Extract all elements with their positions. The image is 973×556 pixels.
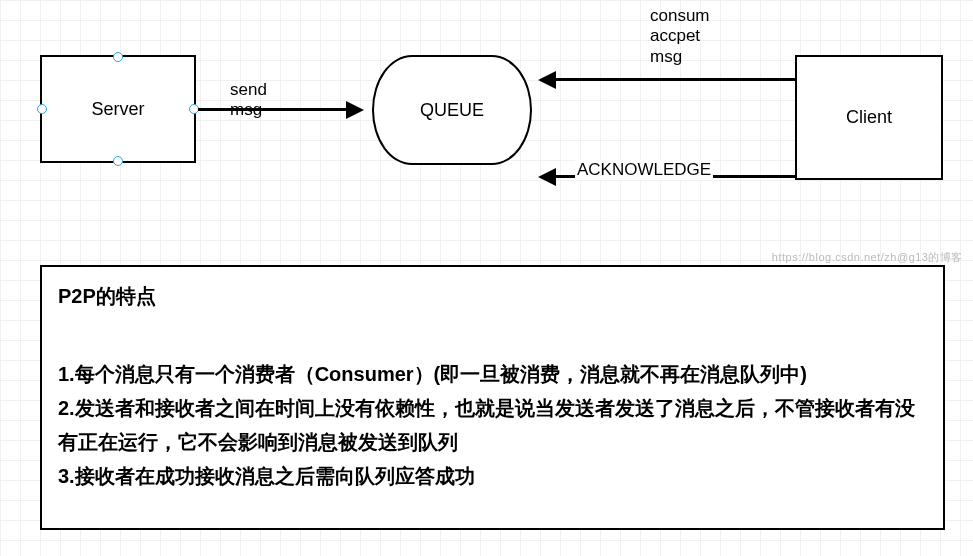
arrow-send-head	[346, 101, 364, 119]
client-label: Client	[846, 107, 892, 128]
send-msg-line1: send	[230, 80, 267, 100]
watermark-text: https://blog.csdn.net/zh@g13的博客	[772, 250, 963, 265]
queue-label: QUEUE	[420, 100, 484, 121]
consum-line1: consum	[650, 6, 710, 26]
description-box: P2P的特点 1.每个消息只有一个消费者（Consumer）(即一旦被消费，消息…	[40, 265, 945, 530]
consum-line2: accpet	[650, 26, 710, 46]
description-item-3: 3.接收者在成功接收消息之后需向队列应答成功	[58, 459, 927, 493]
description-item-2: 2.发送者和接收者之间在时间上没有依赖性，也就是说当发送者发送了消息之后，不管接…	[58, 391, 927, 459]
description-item-1: 1.每个消息只有一个消费者（Consumer）(即一旦被消费，消息就不再在消息队…	[58, 357, 927, 391]
arrow-ack-head	[538, 168, 556, 186]
arrow-consum-head	[538, 71, 556, 89]
send-msg-label: send msg	[230, 80, 267, 121]
client-node[interactable]: Client	[795, 55, 943, 180]
server-label: Server	[91, 99, 144, 120]
consum-label: consum accpet msg	[650, 6, 710, 67]
arrow-send-line	[198, 108, 348, 111]
resize-handle-bottom[interactable]	[113, 156, 123, 166]
ack-label: ACKNOWLEDGE	[575, 160, 713, 180]
send-msg-line2: msg	[230, 100, 267, 120]
diagram-canvas: Server QUEUE Client send msg consum accp…	[0, 0, 973, 260]
resize-handle-left[interactable]	[37, 104, 47, 114]
description-title: P2P的特点	[58, 279, 927, 313]
server-node[interactable]: Server	[40, 55, 196, 163]
arrow-consum-line	[555, 78, 795, 81]
queue-node[interactable]: QUEUE	[372, 55, 532, 165]
consum-line3: msg	[650, 47, 710, 67]
resize-handle-top[interactable]	[113, 52, 123, 62]
